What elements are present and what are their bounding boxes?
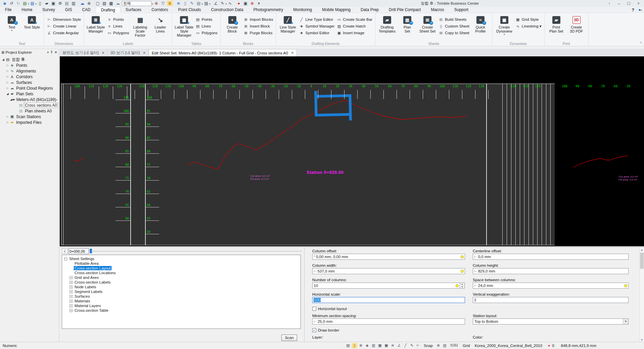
snap-perpendicular-icon[interactable]: ∠: [396, 343, 402, 348]
coordinate-system-label[interactable]: Korea_2000_Korea_Central_Belt_2010: [475, 344, 542, 348]
tab-support[interactable]: Support: [449, 7, 473, 13]
tree-item-corridors[interactable]: ▷ACorridors: [0, 74, 58, 80]
grid-style-button[interactable]: ▦Grid Style: [515, 16, 542, 23]
doc-tab-edit-sheet-set-meters-a0-841x1[interactable]: Edit Sheet Set: Meters-A0 (841x1189)- 1 …: [149, 49, 297, 56]
tree-item-surfaces[interactable]: ▷☁Surfaces: [0, 80, 58, 85]
quick-profile-button[interactable]: ≈+Quick Profile: [470, 14, 491, 40]
stop-icon[interactable]: ⊗: [249, 1, 255, 6]
tree-item-scan-stations[interactable]: ▷▣Scan Stations: [0, 114, 58, 119]
insert-image-button[interactable]: ▣Insert Image: [336, 30, 372, 36]
view-3d-icon[interactable]: ▧: [101, 1, 107, 6]
tab-file[interactable]: File: [0, 7, 16, 13]
snap-page-icon[interactable]: ▯: [352, 343, 357, 348]
restore-icon[interactable]: ▢: [624, 0, 634, 6]
close-tab-icon[interactable]: ✕: [291, 51, 294, 55]
help-icon[interactable]: ?: [632, 7, 634, 12]
snap-point-icon[interactable]: ⊕: [358, 343, 364, 348]
close-tab-icon[interactable]: ✕: [102, 51, 104, 55]
doc-tab-3d-보기-내-필터[interactable]: 3D 보기 [내 필터]✕: [107, 49, 149, 56]
tree-item-plan-sheets-a0[interactable]: ▤Plan sheets A0: [0, 108, 58, 114]
grid-label[interactable]: Grid: [463, 344, 470, 348]
ribbon-search-input[interactable]: [122, 1, 151, 6]
selection-rectangle[interactable]: [314, 94, 352, 116]
point-cloud-icon[interactable]: ☁: [79, 1, 85, 6]
sheet-tree-item-segment-labels[interactable]: +Segment Labels: [62, 289, 301, 294]
scrollbar-thumb[interactable]: [640, 253, 644, 269]
open-project-icon[interactable]: ▰: [44, 1, 50, 6]
tree-item-meters-a0-841x1189-1[interactable]: ◢▰Meters-A0 (841x1189)- 1 ⋯: [0, 97, 58, 102]
lines-button[interactable]: ≡Lines: [107, 23, 129, 30]
text-style-button[interactable]: A★Text Style: [22, 14, 42, 40]
search-dropdown-icon[interactable]: ▾: [152, 3, 153, 5]
snap-midpoint-icon[interactable]: ▥: [371, 343, 376, 348]
create-sheet-set-button[interactable]: ⊞+Create Sheet Set: [417, 14, 438, 40]
measure-angle-icon[interactable]: ∿: [227, 1, 233, 6]
app-logo-icon[interactable]: ◈: [2, 1, 8, 6]
redo-icon[interactable]: ↻: [15, 1, 21, 6]
print-icon-dropdown[interactable]: ▾: [209, 3, 211, 5]
spinner-control[interactable]: ▲▼: [460, 283, 465, 289]
expand-icon[interactable]: +: [70, 290, 73, 293]
sheet-tree-item-surfaces[interactable]: +Surfaces: [62, 294, 301, 299]
linestring-button[interactable]: ∿Linestring ▾: [515, 23, 542, 30]
new-project-icon[interactable]: ▯: [37, 1, 43, 6]
expander-icon[interactable]: ◢: [6, 92, 9, 95]
undo-icon[interactable]: ↺: [8, 1, 14, 6]
tree-item-cross-sections-a0[interactable]: ▤Cross sections A0: [0, 102, 58, 108]
print-icon[interactable]: ▤: [203, 1, 209, 6]
text-button[interactable]: A+Text▾: [2, 14, 22, 40]
expander-icon[interactable]: ▷: [6, 81, 9, 84]
cloud-icon[interactable]: ☁: [115, 1, 121, 6]
properties-scrollbar[interactable]: ▲ ▼: [639, 248, 644, 342]
purge-blocks-button[interactable]: ⊠Purge Blocks: [243, 30, 273, 36]
sketch-icon-dropdown[interactable]: ▾: [226, 3, 227, 5]
expander-icon[interactable]: ▷: [6, 75, 9, 78]
horizontal-layout-checkbox[interactable]: Horizontal layout: [312, 307, 347, 311]
station-slider-thumb[interactable]: [90, 249, 92, 253]
polygons-button[interactable]: ▭Polygons: [107, 30, 129, 36]
profile-sheet1[interactable]: [74, 158, 83, 161]
background-map-icon[interactable]: ▥: [442, 343, 448, 348]
tab-home[interactable]: Home: [16, 7, 37, 13]
expand-icon[interactable]: +: [70, 304, 73, 307]
tab-drill-pile-compact[interactable]: Drill Pile Compact: [384, 7, 426, 13]
sheet-tree-item-grid-and-axes[interactable]: +Grid and Axes: [62, 275, 301, 280]
sheet-icon[interactable]: ▯: [182, 1, 188, 6]
insert-block-button[interactable]: ⊞Insert Block: [243, 23, 273, 30]
snap-center-icon[interactable]: ▣: [383, 343, 389, 348]
import-icon[interactable]: ▤: [22, 1, 28, 6]
tab-monitoring[interactable]: Monitoring: [288, 7, 317, 13]
lines-button[interactable]: ▤Lines: [195, 23, 217, 30]
georeference-icon[interactable]: ⊕: [86, 1, 92, 6]
draw-border-checkbox[interactable]: ✓Draw border: [312, 328, 339, 332]
plottable-area-icon[interactable]: ▢: [95, 1, 101, 6]
create-3d-pdf-button[interactable]: 3DCreate 3D PDF: [566, 14, 587, 40]
expand-icon[interactable]: +: [70, 295, 73, 298]
polygons-button[interactable]: ▭Polygons: [195, 30, 217, 36]
points-button[interactable]: ▤Points: [195, 16, 217, 23]
window-icon[interactable]: ▣: [242, 1, 248, 6]
build-sheets-button[interactable]: ⊟Build Sheets: [439, 16, 469, 23]
create-scale-bar-button[interactable]: ▭Create Scale Bar: [336, 16, 372, 23]
space-between-columns-input[interactable]: ⊢24,0 mm: [473, 283, 629, 289]
dimension-style-button[interactable]: ⊢Dimension Style: [47, 16, 81, 23]
tab-construction-data[interactable]: Construction Data: [206, 7, 248, 13]
image-icon[interactable]: ▩: [108, 1, 114, 6]
account-icon[interactable]: ●▾: [638, 7, 642, 12]
label-table-style-manager-button[interactable]: ▦★Label Table Style Manager: [174, 14, 194, 40]
doc-tab-평면도-보기-내-필터[interactable]: 평면도 보기 [내 필터]✕: [60, 49, 107, 56]
create-block-button[interactable]: ++Create Block: [222, 14, 242, 40]
expand-icon[interactable]: +: [70, 281, 73, 284]
import-blocks-button[interactable]: ⊞Import Blocks: [243, 16, 273, 23]
import-data-icon[interactable]: ≋: [176, 1, 182, 6]
snap-node-icon[interactable]: ≋: [390, 343, 396, 348]
ribbon-options-icon[interactable]: ↑: [604, 0, 614, 6]
expander-icon[interactable]: ▷: [6, 69, 9, 72]
expander-icon[interactable]: ▷: [6, 87, 9, 90]
minimum-section-spacing-input[interactable]: ⊢25,0 mm: [312, 318, 465, 325]
panel-menu-icon[interactable]: ▾: [47, 51, 49, 54]
tree-item-정합-후[interactable]: ◢▤정합 후: [0, 57, 58, 62]
create-linear-button[interactable]: ⊢Create Linear: [47, 23, 81, 30]
custom-sheet-button[interactable]: ▯Custom Sheet: [439, 23, 469, 30]
line-style-manager-button[interactable]: ╱★Line Style Manager: [278, 14, 298, 40]
